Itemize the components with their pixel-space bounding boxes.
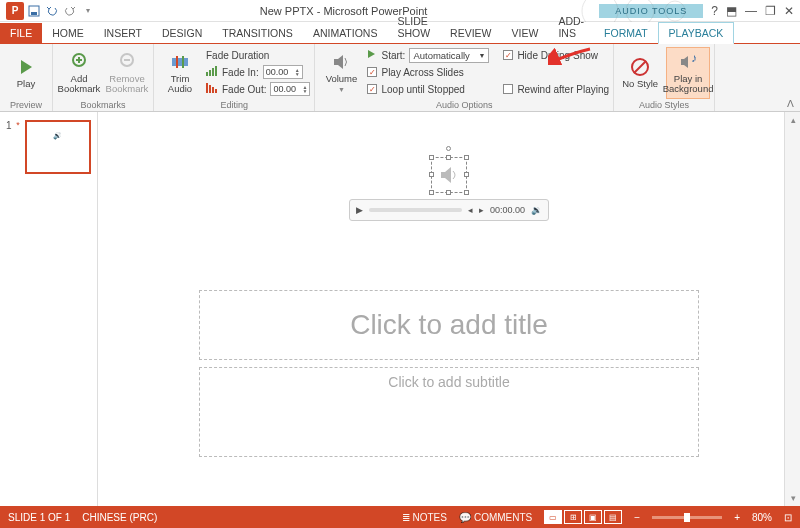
tab-file[interactable]: FILE (0, 23, 42, 43)
sorter-view-button[interactable]: ⊞ (564, 510, 582, 524)
start-dropdown[interactable]: Automatically▼ (409, 48, 489, 63)
play-background-icon: ♪ (678, 52, 698, 72)
group-bookmarks: Add Bookmark Remove Bookmark Bookmarks (53, 44, 154, 111)
speaker-icon (437, 163, 461, 187)
qat-dropdown-icon[interactable]: ▾ (80, 3, 96, 19)
zoom-slider[interactable] (652, 516, 722, 519)
view-buttons: ▭ ⊞ ▣ ▤ (544, 510, 622, 524)
tab-transitions[interactable]: TRANSITIONS (212, 23, 303, 43)
title-placeholder[interactable]: Click to add title (199, 290, 699, 360)
slideshow-view-button[interactable]: ▤ (604, 510, 622, 524)
volume-icon (331, 52, 351, 72)
group-audio-options: Volume ▼ Start: Automatically▼ ✓Play Acr… (315, 44, 614, 111)
minimize-icon[interactable]: — (745, 4, 757, 18)
loop-checkbox[interactable]: ✓ (367, 84, 377, 94)
tab-insert[interactable]: INSERT (94, 23, 152, 43)
status-bar: SLIDE 1 OF 1 CHINESE (PRC) ≣NOTES 💬COMME… (0, 506, 800, 528)
no-style-button[interactable]: No Style (618, 47, 662, 99)
play-across-checkbox[interactable]: ✓ (367, 67, 377, 77)
thumb-audio-icon: 🔊 (53, 132, 62, 140)
language-indicator[interactable]: CHINESE (PRC) (82, 512, 157, 523)
trim-label: Trim Audio (158, 74, 202, 95)
slide-thumbnails-pane[interactable]: 1 * 🔊 (0, 112, 98, 506)
fade-out-input[interactable]: 00.00▲▼ (270, 82, 310, 96)
notes-button[interactable]: ≣NOTES (402, 512, 447, 523)
svg-rect-16 (212, 87, 214, 93)
tab-review[interactable]: REVIEW (440, 23, 501, 43)
tab-slideshow[interactable]: SLIDE SHOW (387, 11, 440, 43)
app-icon[interactable]: P (6, 2, 24, 20)
player-volume-icon[interactable]: 🔉 (531, 205, 542, 215)
svg-rect-17 (215, 89, 217, 93)
collapse-ribbon-icon[interactable]: ᐱ (787, 98, 794, 109)
scroll-up-icon[interactable]: ▴ (785, 112, 800, 128)
group-bookmarks-label: Bookmarks (57, 99, 149, 111)
fade-in-input[interactable]: 00.00▲▼ (263, 65, 303, 79)
add-bookmark-icon (69, 52, 89, 72)
reading-view-button[interactable]: ▣ (584, 510, 602, 524)
undo-icon[interactable] (44, 3, 60, 19)
help-icon[interactable]: ? (711, 4, 718, 18)
svg-rect-14 (206, 83, 208, 93)
fade-in-label: Fade In: (222, 67, 259, 78)
scroll-down-icon[interactable]: ▾ (785, 490, 800, 506)
restore-icon[interactable]: ❐ (765, 4, 776, 18)
player-fwd-icon[interactable]: ▸ (479, 205, 484, 215)
volume-button[interactable]: Volume ▼ (319, 47, 363, 99)
tab-addins[interactable]: ADD-INS (548, 11, 594, 43)
fade-in-icon (206, 66, 218, 78)
vertical-scrollbar[interactable]: ▴ ▾ (784, 112, 800, 506)
loop-label: Loop until Stopped (381, 84, 464, 95)
group-editing: Trim Audio Fade Duration Fade In: 00.00▲… (154, 44, 315, 111)
fade-out-label: Fade Out: (222, 84, 266, 95)
thumb-number: 1 (6, 120, 13, 131)
zoom-in-button[interactable]: + (734, 512, 740, 523)
player-back-icon[interactable]: ◂ (468, 205, 473, 215)
ribbon-display-icon[interactable]: ⬒ (726, 4, 737, 18)
zoom-out-button[interactable]: − (634, 512, 640, 523)
tab-view[interactable]: VIEW (502, 23, 549, 43)
thumb-preview[interactable]: 🔊 (25, 120, 91, 174)
player-play-icon[interactable]: ▶ (356, 205, 363, 215)
tab-format[interactable]: FORMAT (594, 23, 658, 43)
zoom-level[interactable]: 80% (752, 512, 772, 523)
group-audio-options-label: Audio Options (319, 99, 609, 111)
no-style-label: No Style (622, 79, 658, 89)
fade-out-icon (206, 83, 218, 95)
start-label: Start: (381, 50, 405, 61)
slide-counter[interactable]: SLIDE 1 OF 1 (8, 512, 70, 523)
thumbnail-item[interactable]: 1 * 🔊 (6, 120, 91, 174)
audio-object[interactable] (431, 157, 467, 193)
trim-audio-button[interactable]: Trim Audio (158, 47, 202, 99)
normal-view-button[interactable]: ▭ (544, 510, 562, 524)
play-background-button[interactable]: ♪ Play in Background (666, 47, 710, 99)
play-button[interactable]: Play (4, 47, 48, 99)
slide: ▶ ◂ ▸ 00:00.00 🔉 Click to add title Clic… (159, 135, 739, 483)
tab-design[interactable]: DESIGN (152, 23, 212, 43)
hide-checkbox[interactable]: ✓ (503, 50, 513, 60)
subtitle-placeholder[interactable]: Click to add subtitle (199, 367, 699, 457)
slide-canvas[interactable]: ▶ ◂ ▸ 00:00.00 🔉 Click to add title Clic… (98, 112, 800, 506)
svg-rect-15 (209, 85, 211, 93)
contextual-tab-group: AUDIO TOOLS (591, 4, 711, 18)
play-icon (16, 57, 36, 77)
save-icon[interactable] (26, 3, 42, 19)
hide-label: Hide During Show (517, 50, 598, 61)
remove-bookmark-button[interactable]: Remove Bookmark (105, 47, 149, 99)
group-audio-styles-label: Audio Styles (618, 99, 710, 111)
ribbon: Play Preview Add Bookmark Remove Bookmar… (0, 44, 800, 112)
close-icon[interactable]: ✕ (784, 4, 794, 18)
comments-button[interactable]: 💬COMMENTS (459, 512, 532, 523)
redo-icon[interactable] (62, 3, 78, 19)
player-track[interactable] (369, 208, 462, 212)
tab-playback[interactable]: PLAYBACK (658, 22, 735, 44)
fit-window-button[interactable]: ⊡ (784, 512, 792, 523)
add-bookmark-button[interactable]: Add Bookmark (57, 47, 101, 99)
tab-home[interactable]: HOME (42, 23, 94, 43)
audio-player[interactable]: ▶ ◂ ▸ 00:00.00 🔉 (349, 199, 549, 221)
quick-access-toolbar: P ▾ (0, 2, 96, 20)
tab-animations[interactable]: ANIMATIONS (303, 23, 388, 43)
svg-text:♪: ♪ (691, 52, 697, 65)
fade-duration-label: Fade Duration (206, 50, 269, 61)
rewind-checkbox[interactable] (503, 84, 513, 94)
